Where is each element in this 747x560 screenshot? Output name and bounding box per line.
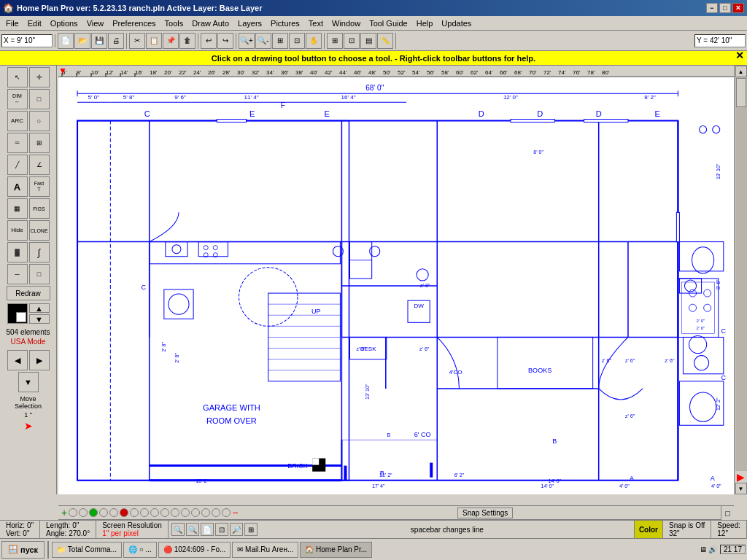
snap-button[interactable]: ⊡ — [344, 33, 360, 49]
menu-layers[interactable]: Layers — [233, 18, 266, 28]
remove-icon[interactable]: − — [232, 507, 238, 518]
menu-window[interactable]: Window — [328, 18, 365, 28]
measure-button[interactable]: 📏 — [377, 33, 393, 49]
open-button[interactable]: 📂 — [74, 33, 90, 49]
dim-tools-row: DIM↔ □ — [7, 89, 50, 109]
layer-button[interactable]: ▤ — [360, 33, 376, 49]
stair-button[interactable]: ▦ — [7, 198, 28, 219]
close-button[interactable]: ✕ — [732, 3, 744, 13]
speaker-icon: 🔊 — [708, 545, 717, 553]
zoom-in-button[interactable]: 🔍+ — [239, 33, 255, 49]
zoom-fit-button[interactable]: ⊡ — [289, 33, 305, 49]
svg-text:62': 62' — [471, 69, 479, 76]
zoom-out-button[interactable]: 🔍- — [255, 33, 271, 49]
scroll-up-button[interactable]: ▲ — [735, 66, 747, 77]
menu-options[interactable]: Options — [46, 18, 82, 28]
zoom-all-button[interactable]: ⊞ — [272, 33, 288, 49]
shape-button[interactable]: □ — [29, 264, 50, 284]
menu-view[interactable]: View — [82, 18, 109, 28]
figs-button[interactable]: FIGS — [29, 198, 50, 219]
undo-button[interactable]: ↩ — [201, 33, 217, 49]
delete-button[interactable]: 🗑 — [179, 33, 196, 49]
text-button[interactable]: A — [7, 176, 28, 197]
svg-text:E: E — [249, 110, 255, 119]
foreground-color[interactable] — [7, 303, 28, 324]
circle-button[interactable]: ○ — [29, 111, 50, 131]
svg-text:52': 52' — [398, 69, 406, 76]
svg-text:76': 76' — [573, 69, 581, 76]
down-button[interactable]: ▼ — [29, 314, 50, 324]
redo-button[interactable]: ↪ — [217, 33, 233, 49]
svg-text:12' 0": 12' 0" — [503, 94, 518, 101]
menu-help[interactable]: Help — [412, 18, 438, 28]
redraw-button[interactable]: Redraw — [7, 286, 50, 300]
grid-button[interactable]: ⊞ — [327, 33, 343, 49]
clone-button[interactable]: CLONE — [29, 220, 50, 241]
taskbar-total-commander[interactable]: 📁 Total Comma... — [52, 542, 122, 558]
select-cross-button[interactable]: ✛ — [29, 67, 50, 88]
copy-button[interactable]: 📋 — [146, 33, 162, 49]
menu-edit[interactable]: Edit — [23, 18, 46, 28]
menu-tool-guide[interactable]: Tool Guide — [365, 18, 412, 28]
menu-text[interactable]: Text — [304, 18, 328, 28]
vertical-scrollbar[interactable]: ▲ ▶ ▼ — [734, 66, 747, 494]
minimize-button[interactable]: − — [706, 3, 718, 13]
move-down-button[interactable]: ▼ — [18, 372, 39, 392]
fast-text-button[interactable]: FastT — [29, 176, 50, 197]
snap-settings-button[interactable]: Snap Settings — [457, 508, 513, 518]
zoom-minus-button[interactable]: 🔍 — [171, 523, 185, 536]
zoom-prev-button[interactable]: ⊞ — [244, 523, 258, 536]
paint-button[interactable]: ▓ — [7, 242, 28, 262]
cut-button[interactable]: ✂ — [129, 33, 145, 49]
line-button[interactable]: ╱ — [7, 155, 28, 175]
floorplan: 68' 0" 5' 0" 5' 8" 9' 6" 11' 4" 16' 4" 1… — [70, 77, 734, 494]
scroll-down-button[interactable]: ▼ — [735, 483, 747, 494]
fit-button[interactable]: ⊡ — [215, 523, 228, 536]
menu-pictures[interactable]: Pictures — [266, 18, 304, 28]
taskbar-homeplan[interactable]: 🏠 Home Plan Pr... — [300, 542, 372, 558]
angle-button[interactable]: ∠ — [29, 155, 50, 175]
start-button[interactable]: 🪟 пуск — [1, 541, 44, 559]
wall-button[interactable]: ═ — [7, 133, 28, 153]
length-value: Length: 0" — [46, 521, 90, 529]
save-button[interactable]: 💾 — [91, 33, 107, 49]
maximize-button[interactable]: □ — [719, 3, 731, 13]
scroll-thumb[interactable] — [736, 78, 746, 107]
taskbar-firefox[interactable]: 🌐 ○ ... — [123, 542, 157, 558]
color-cell[interactable]: Color — [635, 521, 663, 538]
taskbar-mail[interactable]: ✉ Mail.Ru Аген... — [232, 542, 298, 558]
paste-button[interactable]: 📌 — [163, 33, 179, 49]
menu-preferences[interactable]: Preferences — [108, 18, 160, 28]
hint-close-button[interactable]: ✕ — [735, 50, 744, 61]
menu-updates[interactable]: Updates — [437, 18, 476, 28]
new-button[interactable]: 📄 — [58, 33, 74, 49]
window-button[interactable]: ⊞ — [29, 133, 50, 153]
move-button[interactable]: ─ — [7, 264, 28, 284]
print-button[interactable]: 🖨 — [108, 33, 124, 49]
zoom-area-button[interactable]: 🔎 — [230, 523, 243, 536]
pan-button[interactable]: ✋ — [306, 33, 322, 49]
menu-tools[interactable]: Tools — [160, 18, 188, 28]
move-right-button[interactable]: ▶ — [29, 350, 50, 370]
curve-button[interactable]: ∫ — [29, 242, 50, 262]
page-button[interactable]: 📄 — [201, 523, 214, 536]
canvas-area[interactable]: 68' 0" 5' 0" 5' 8" 9' 6" 11' 4" 16' 4" 1… — [58, 77, 734, 494]
svg-text:18': 18' — [150, 69, 158, 76]
dim-horiz-button[interactable]: DIM↔ — [7, 89, 28, 109]
corner-button[interactable]: □ — [721, 506, 734, 521]
zoom-plus-button[interactable]: 🔍 — [186, 523, 199, 536]
select-arrow-button[interactable]: ↖ — [7, 67, 28, 88]
add-icon[interactable]: + — [61, 507, 67, 518]
horiz-vert: Horiz: 0" Vert: 0" — [6, 521, 34, 537]
up-button[interactable]: ▲ — [29, 303, 50, 313]
scroll-track[interactable] — [735, 77, 747, 471]
hide-button[interactable]: Hide — [7, 220, 28, 241]
snap-dot-14 — [201, 508, 210, 517]
rect-button[interactable]: □ — [29, 89, 50, 109]
svg-text:5' 0": 5' 0" — [88, 94, 99, 101]
arc-button[interactable]: ARC — [7, 111, 28, 131]
menu-file[interactable]: File — [1, 18, 23, 28]
menu-draw-auto[interactable]: Draw Auto — [187, 18, 233, 28]
move-left-button[interactable]: ◀ — [7, 350, 28, 370]
taskbar-folder[interactable]: 🔴 1024:609 - Fo... — [158, 542, 231, 558]
